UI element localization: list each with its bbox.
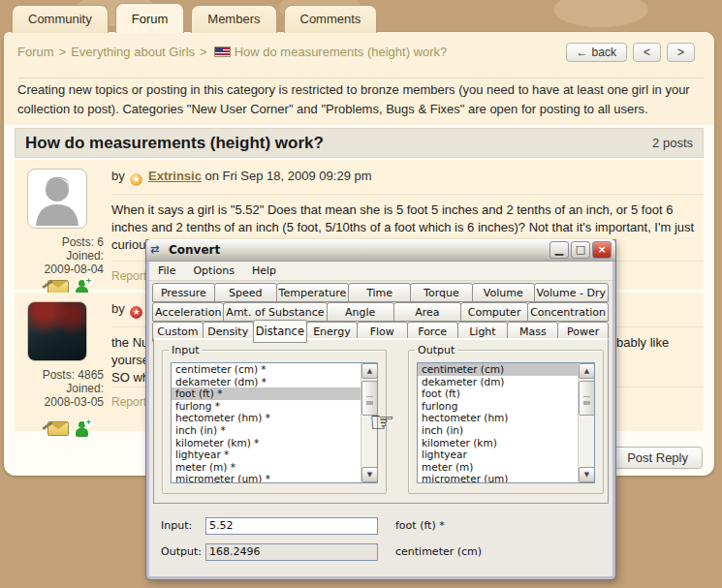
plus-icon: + — [84, 277, 93, 286]
post-count: 2 posts — [652, 136, 693, 150]
scroll-up-icon[interactable]: ▲ — [579, 363, 595, 379]
nav-tab[interactable]: Forum — [115, 3, 185, 33]
avatar-image[interactable] — [27, 301, 87, 361]
unit-option[interactable]: dekameter (dm) — [418, 376, 578, 388]
tab-row-1: PressureSpeedTemperatureTimeTorqueVolume… — [153, 283, 609, 302]
menu-item[interactable]: Options — [184, 262, 242, 280]
by-label: by — [111, 169, 125, 183]
unit-option[interactable]: inch (in) * — [172, 424, 361, 437]
category-tab[interactable]: Volume — [472, 283, 535, 302]
scroll-up-icon[interactable]: ▲ — [361, 363, 378, 379]
breadcrumb: Forum>Everything about Girls>How do meas… — [17, 45, 705, 68]
unit-option[interactable]: lightyear * — [172, 449, 361, 461]
back-button[interactable]: ←back — [566, 43, 627, 62]
pointing-hand-icon: ☞ — [369, 405, 395, 439]
unit-option[interactable]: furlong — [418, 400, 578, 413]
unit-option[interactable]: kilometer (km) — [418, 437, 578, 449]
unit-option[interactable]: centimeter (cm) * — [172, 363, 361, 376]
output-field-label: Output: — [161, 545, 205, 558]
unit-option[interactable]: meter (m) * — [172, 461, 361, 474]
unit-option[interactable]: hectometer (hm) — [418, 412, 578, 424]
nav-tab[interactable]: Comments — [284, 5, 378, 33]
minimize-button[interactable]: ▁ — [549, 241, 569, 259]
thread-title: How do measurements (height) work? — [25, 134, 652, 153]
red-star-badge-icon: ★ — [130, 306, 142, 319]
close-button[interactable]: × — [592, 241, 612, 259]
dialog-title: Convert — [169, 243, 548, 257]
unit-option[interactable]: meter (m) — [418, 461, 578, 474]
category-tab[interactable]: Time — [348, 283, 411, 302]
prev-button[interactable]: < — [633, 43, 661, 62]
unit-option[interactable]: foot (ft) — [418, 387, 578, 400]
breadcrumb-link-forum[interactable]: Forum — [17, 45, 54, 59]
category-tab[interactable]: Computer — [460, 302, 528, 322]
menu-item[interactable]: Help — [243, 262, 285, 280]
input-unit-listbox: centimeter (cm) *dekameter (dm) *foot (f… — [171, 362, 378, 483]
unit-option[interactable]: centimeter (cm) — [418, 363, 578, 376]
author-link[interactable]: Extrinsic — [148, 169, 202, 183]
unit-option[interactable]: kilometer (km) * — [172, 437, 361, 449]
plus-icon: + — [84, 418, 93, 427]
joined-label: Joined: — [15, 249, 104, 263]
avatar-placeholder[interactable] — [27, 169, 87, 229]
nav-tab[interactable]: Members — [191, 5, 276, 33]
category-tab[interactable]: Pressure — [152, 283, 215, 302]
breadcrumb-divider — [17, 77, 705, 78]
input-unit-list: centimeter (cm) *dekameter (dm) *foot (f… — [172, 363, 361, 482]
breadcrumb-separator: > — [200, 45, 207, 59]
input-value-field[interactable] — [205, 517, 378, 535]
unit-option[interactable]: lightyear — [418, 449, 578, 461]
menu-item[interactable]: File — [149, 262, 184, 280]
breadcrumb-link-category[interactable]: Everything about Girls — [71, 45, 195, 59]
send-message-icon[interactable] — [47, 421, 69, 436]
person-silhouette-icon — [28, 170, 86, 228]
thread-pager: ←back < > — [566, 43, 695, 62]
posting-notice: Creating new topics or posting in this c… — [17, 80, 702, 119]
unit-option[interactable]: inch (in) — [418, 424, 578, 437]
output-list-scrollbar[interactable]: ▲ ▼ — [578, 363, 594, 482]
unit-option[interactable]: dekameter (dm) * — [172, 376, 361, 388]
dialog-menu-bar: FileOptionsHelp — [149, 262, 612, 281]
category-tab[interactable]: Temperature — [276, 283, 350, 302]
output-unit-list: centimeter (cm)dekameter (dm)foot (ft)fu… — [418, 363, 578, 482]
unit-option[interactable]: furlong * — [172, 400, 361, 413]
unit-option[interactable]: micrometer (um) — [418, 473, 578, 482]
nav-tab[interactable]: Community — [12, 5, 109, 33]
output-value-field[interactable] — [205, 543, 378, 561]
unit-option[interactable]: hectometer (hm) * — [172, 412, 361, 424]
next-button[interactable]: > — [667, 43, 695, 62]
input-unit-label: foot (ft) * — [395, 519, 445, 532]
joined-label: Joined: — [15, 382, 104, 395]
post-2-action-icons: + — [47, 421, 90, 437]
post-1-date: on Fri Sep 18, 2009 09:29 pm — [205, 169, 372, 183]
dialog-title-bar[interactable]: ⇄ Convert ▁ □ × — [146, 239, 615, 262]
category-tab[interactable]: Angle — [327, 302, 394, 322]
category-tab[interactable]: Speed — [214, 283, 277, 302]
unit-option[interactable]: foot (ft) * — [172, 387, 361, 400]
add-friend-icon[interactable]: + — [75, 421, 90, 437]
output-group-legend: Output — [415, 344, 457, 356]
breadcrumb-separator: > — [59, 45, 67, 59]
scroll-down-icon[interactable]: ▼ — [579, 467, 595, 482]
output-field-row: Output: centimeter (cm) — [161, 542, 482, 561]
post-2-stats: Posts: 4865 Joined: 2008-03-05 — [15, 368, 104, 409]
category-tab[interactable]: Amt. of Substance — [223, 302, 327, 322]
category-tab[interactable]: Concentration — [527, 302, 609, 322]
output-unit-label: centimeter (cm) — [395, 545, 482, 558]
unit-option[interactable]: micrometer (um) * — [172, 473, 361, 482]
category-tab[interactable]: Distance — [253, 320, 307, 343]
category-tab[interactable]: Torque — [410, 283, 473, 302]
category-tab[interactable]: Volume - Dry — [534, 283, 609, 302]
category-tab[interactable]: Area — [393, 302, 461, 322]
category-tab[interactable]: Acceleration — [152, 302, 224, 322]
convert-dialog: ⇄ Convert ▁ □ × FileOptionsHelp Pressure… — [146, 240, 615, 579]
distance-tab-panel: Input centimeter (cm) *dekameter (dm) *f… — [153, 338, 609, 504]
post-reply-button[interactable]: Post Reply — [612, 447, 703, 469]
convert-window-icon: ⇄ — [150, 243, 165, 257]
input-field-row: Input: foot (ft) * — [161, 516, 445, 535]
maximize-button[interactable]: □ — [571, 241, 590, 259]
thread-title-bar: How do measurements (height) work? 2 pos… — [15, 128, 704, 158]
scrollbar-thumb[interactable] — [579, 381, 595, 416]
scroll-down-icon[interactable]: ▼ — [361, 467, 378, 482]
us-flag-icon — [214, 46, 231, 57]
